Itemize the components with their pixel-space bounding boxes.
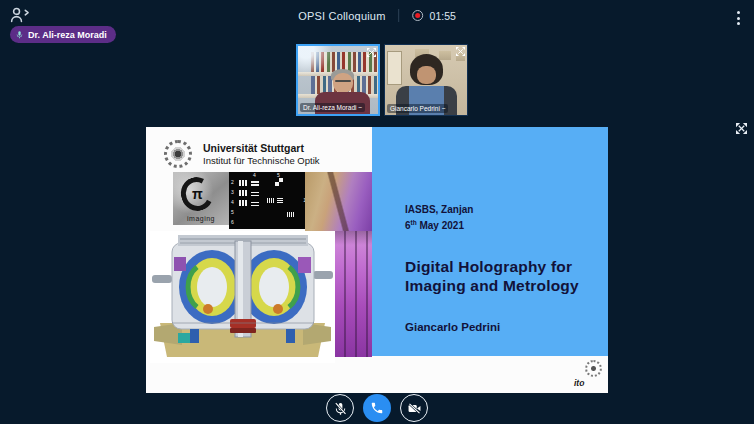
fullscreen-icon[interactable]: [456, 47, 465, 56]
presentation-slide: Universität Stuttgart Institut für Techn…: [146, 127, 608, 393]
topbar-title-group: OPSI Colloquium 01:55: [298, 9, 456, 22]
webcam-thumbnail-pedrini[interactable]: Giancarlo Pedrini ~: [384, 44, 468, 116]
webcam-name-label: Giancarlo Pedrini ~: [387, 104, 448, 113]
camera-slash-icon: [407, 401, 422, 416]
cad-cross-section-image: [150, 231, 335, 363]
institute-name: Institut für Technische Optik: [203, 155, 320, 166]
talking-indicator-label: Dr. Ali-reza Moradi: [28, 30, 107, 40]
kebab-menu-icon[interactable]: [732, 7, 745, 29]
microphone-icon: [15, 29, 24, 40]
webcam-thumbnail-moradi[interactable]: Dr. Ali-reza Moradi ~: [296, 44, 380, 116]
person-glasses: [335, 80, 351, 82]
chart-digit: 5: [231, 210, 234, 215]
webcam-name-label: Dr. Ali-reza Moradi ~: [300, 103, 365, 112]
fullscreen-icon[interactable]: [367, 48, 376, 57]
recording-indicator[interactable]: 01:55: [413, 10, 456, 22]
university-name: Universität Stuttgart: [203, 142, 320, 154]
kebab-dot: [737, 11, 740, 14]
title-line-1: Digital Holography for: [405, 257, 579, 276]
record-dot-icon: [413, 10, 424, 21]
chart-digit: 5: [277, 173, 280, 178]
resolution-test-chart-image: 4 5 2 3 4 5 6 1: [229, 172, 308, 229]
participants-toggle-icon[interactable]: [10, 6, 34, 24]
leave-audio-button[interactable]: [363, 394, 391, 422]
university-stuttgart-logo: [164, 140, 192, 168]
pi-symbol: π: [192, 186, 203, 202]
meeting-window: OPSI Colloquium 01:55 Dr. Ali-reza Morad…: [0, 0, 754, 424]
talking-indicator-badge[interactable]: Dr. Ali-reza Moradi: [10, 26, 116, 43]
title-line-2: Imaging and Metrology: [405, 276, 579, 295]
venue-text: IASBS, Zanjan: [405, 203, 473, 216]
mute-button[interactable]: [326, 394, 354, 422]
person-head: [417, 66, 436, 84]
person-head: [333, 73, 353, 93]
date-rest: May 2021: [417, 220, 464, 231]
slide-main-title: Digital Holography for Imaging and Metro…: [405, 257, 579, 295]
lab-photo-side: [335, 231, 372, 357]
record-dot: [416, 13, 421, 18]
kebab-dot: [737, 22, 740, 25]
imaging-caption: imaging: [187, 215, 215, 222]
phase-imaging-picture: π imaging: [173, 172, 229, 225]
venue-and-date: IASBS, Zanjan 6th May 2021: [405, 203, 473, 232]
chart-digit: 6: [231, 220, 234, 225]
kebab-dot: [737, 17, 740, 20]
date-text: 6th May 2021: [405, 216, 473, 232]
window: [387, 51, 402, 85]
meeting-title: OPSI Colloquium: [298, 10, 385, 22]
chart-digit: 4: [253, 173, 256, 178]
action-bar: [0, 394, 754, 422]
presentation-fullscreen-icon[interactable]: [736, 123, 747, 134]
share-webcam-button[interactable]: [400, 394, 428, 422]
ito-logo-text: ito: [574, 378, 584, 388]
recording-time: 01:55: [430, 10, 456, 22]
slide-header-text: Universität Stuttgart Institut für Techn…: [203, 142, 320, 166]
ito-starburst-graphic: [585, 360, 602, 377]
chart-digit: 2: [231, 180, 234, 185]
ito-logo: ito: [572, 360, 604, 390]
phone-icon: [370, 401, 384, 415]
slide-author: Giancarlo Pedrini: [405, 321, 500, 333]
chart-digit: 3: [231, 190, 234, 195]
lab-photo-top: [305, 172, 372, 231]
title-panel: IASBS, Zanjan 6th May 2021 Digital Holog…: [372, 127, 608, 356]
microphone-slash-icon: [333, 401, 348, 416]
chart-digit: 4: [231, 200, 234, 205]
title-divider: [399, 9, 400, 22]
